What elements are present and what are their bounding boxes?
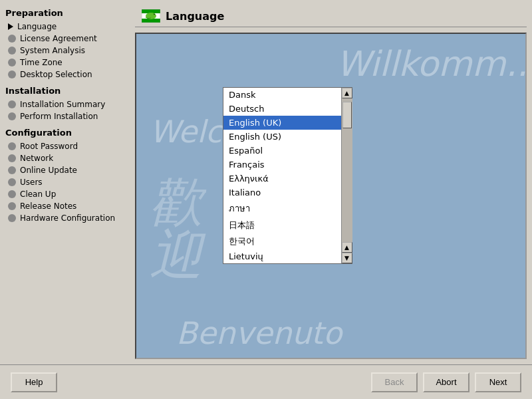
sidebar-item-desktop-selection[interactable]: Desktop Selection: [5, 68, 124, 80]
abort-button[interactable]: Abort: [423, 372, 469, 392]
sidebar: Preparation Language License Agreement S…: [0, 0, 130, 364]
suse-flag-icon: [142, 9, 160, 23]
dropdown-item-dansk[interactable]: Dansk: [223, 88, 341, 102]
bullet-icon: [8, 59, 16, 66]
dropdown-item-espanol[interactable]: Español: [223, 144, 341, 158]
chinese1-text: 歡: [150, 167, 203, 239]
dropdown-item-lithuanian[interactable]: Lietuvių: [223, 249, 341, 263]
benvenuto-text: Benvenuto: [176, 315, 342, 351]
sidebar-item-label: Language: [17, 22, 57, 31]
content-header: Language: [135, 5, 527, 27]
dropdown-item-deutsch[interactable]: Deutsch: [223, 102, 341, 116]
bullet-icon: [8, 70, 16, 78]
bullet-icon: [8, 47, 16, 55]
dropdown-item-english-us[interactable]: English (US): [223, 130, 341, 144]
sidebar-item-installation-summary[interactable]: Installation Summary: [5, 98, 124, 110]
bottom-right: Back Abort Next: [371, 372, 521, 392]
scrollbar-down-btn2[interactable]: ▼: [342, 253, 352, 263]
sidebar-item-label: Time Zone: [20, 58, 63, 67]
bullet-icon: [8, 166, 16, 174]
chinese2-text: 迎: [150, 220, 203, 292]
scrollbar-track: [342, 98, 352, 242]
sidebar-item-users[interactable]: Users: [5, 176, 124, 188]
willkommen-text: Willkomm...: [336, 44, 527, 84]
page-title: Language: [166, 10, 224, 23]
dropdown-item-italiano[interactable]: Italiano: [223, 186, 341, 200]
sidebar-item-label: Users: [20, 178, 43, 187]
sidebar-item-label: Installation Summary: [20, 100, 105, 109]
sidebar-item-perform-installation[interactable]: Perform Installation: [5, 110, 124, 122]
next-button[interactable]: Next: [475, 372, 521, 392]
sidebar-section-configuration: Configuration: [5, 128, 124, 138]
sidebar-item-language[interactable]: Language: [5, 21, 124, 33]
sidebar-item-label: Online Update: [20, 166, 77, 175]
bullet-icon: [8, 35, 16, 43]
sidebar-item-license[interactable]: License Agreement: [5, 33, 124, 45]
welcome-panel: Willkomm... Welcome 歡 迎 Benvenuto Dansk …: [135, 33, 527, 359]
bullet-icon: [8, 190, 16, 198]
language-dropdown[interactable]: Dansk Deutsch English (UK) English (US) …: [223, 87, 352, 264]
sidebar-item-label: Perform Installation: [20, 112, 98, 121]
bottom-bar: Help Back Abort Next: [0, 364, 532, 399]
dropdown-scrollbar: ▲ ▲ ▼: [341, 88, 352, 263]
bullet-icon: [8, 154, 16, 162]
sidebar-item-label: Desktop Selection: [20, 70, 92, 79]
svg-point-5: [154, 14, 155, 15]
scrollbar-up-btn[interactable]: ▲: [342, 88, 352, 98]
content-area: Language Willkomm... Welcome 歡 迎 Benvenu…: [130, 0, 532, 364]
dropdown-item-korean[interactable]: 한국어: [223, 233, 341, 249]
bullet-icon: [8, 100, 16, 108]
bullet-icon: [8, 214, 16, 222]
sidebar-item-label: Root Password: [20, 142, 78, 151]
bullet-icon: [8, 202, 16, 210]
dropdown-item-greek[interactable]: Ελληνικά: [223, 172, 341, 186]
dropdown-item-thai[interactable]: ภาษา: [223, 200, 341, 217]
sidebar-section-preparation: Preparation: [5, 8, 124, 18]
sidebar-item-system-analysis[interactable]: System Analysis: [5, 45, 124, 57]
dropdown-item-english-uk[interactable]: English (UK): [223, 116, 341, 130]
bottom-left: Help: [11, 372, 57, 392]
dropdown-list: Dansk Deutsch English (UK) English (US) …: [223, 88, 341, 263]
sidebar-item-label: Network: [20, 154, 53, 163]
sidebar-item-label: License Agreement: [20, 34, 97, 43]
bullet-icon: [8, 142, 16, 150]
sidebar-item-label: Hardware Configuration: [20, 213, 115, 223]
bullet-icon: [8, 112, 16, 120]
sidebar-item-clean-up[interactable]: Clean Up: [5, 188, 124, 200]
sidebar-item-online-update[interactable]: Online Update: [5, 164, 124, 176]
sidebar-item-label: Release Notes: [20, 201, 76, 211]
bullet-icon: [8, 178, 16, 186]
scrollbar-down-btn1[interactable]: ▲: [342, 242, 352, 253]
sidebar-item-hardware-configuration[interactable]: Hardware Configuration: [5, 212, 124, 224]
sidebar-item-release-notes[interactable]: Release Notes: [5, 200, 124, 212]
sidebar-section-installation: Installation: [5, 86, 124, 96]
sidebar-item-network[interactable]: Network: [5, 152, 124, 164]
sidebar-item-label: Clean Up: [20, 190, 56, 199]
sidebar-item-time-zone[interactable]: Time Zone: [5, 57, 124, 68]
dropdown-item-japanese[interactable]: 日本語: [223, 217, 341, 233]
scrollbar-thumb[interactable]: [342, 102, 352, 128]
sidebar-item-root-password[interactable]: Root Password: [5, 140, 124, 152]
help-button[interactable]: Help: [11, 372, 57, 392]
back-button[interactable]: Back: [371, 372, 418, 392]
sidebar-item-label: System Analysis: [20, 46, 85, 55]
dropdown-item-francais[interactable]: Français: [223, 158, 341, 172]
